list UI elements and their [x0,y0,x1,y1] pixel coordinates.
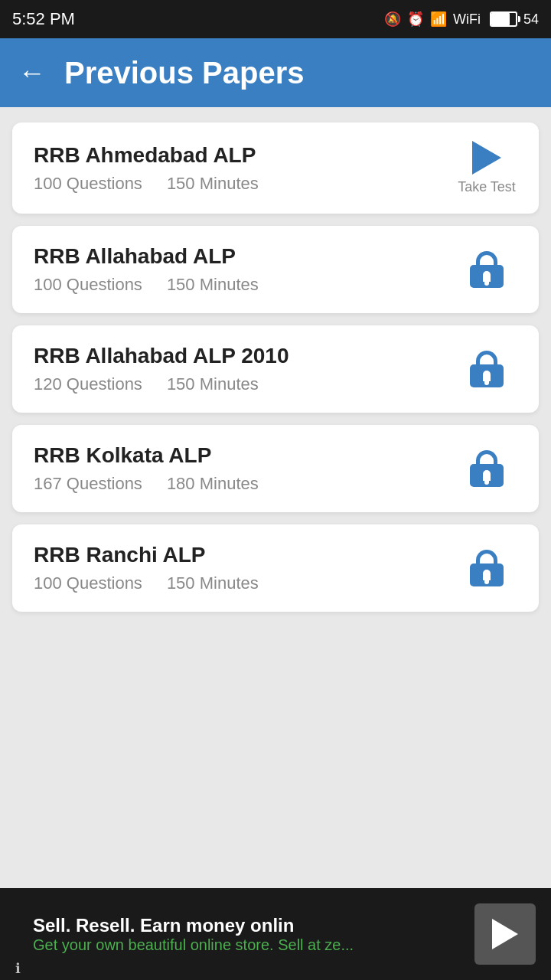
paper-card[interactable]: RRB Allahabad ALP100 Questions150 Minute… [12,226,539,313]
card-minutes: 150 Minutes [167,374,259,394]
wifi-icon: WiFi [453,11,481,28]
card-action[interactable]: Take Test [456,141,517,195]
card-title: RRB Kolkata ALP [34,443,259,468]
time-display: 5:52 PM [12,9,75,29]
ad-content: Sell. Resell. Earn money onlin Get your … [33,915,462,954]
paper-card[interactable]: RRB Allahabad ALP 2010120 Questions150 M… [12,325,539,413]
card-meta: 100 Questions150 Minutes [34,275,259,295]
card-info: RRB Allahabad ALP 2010120 Questions150 M… [34,344,289,394]
card-questions: 167 Questions [34,474,142,494]
card-action[interactable] [456,351,517,387]
card-info: RRB Ranchi ALP100 Questions150 Minutes [34,543,259,593]
card-title: RRB Allahabad ALP [34,244,259,269]
card-action[interactable] [456,550,517,586]
lock-icon [470,550,504,586]
card-info: RRB Kolkata ALP167 Questions180 Minutes [34,443,259,494]
status-icons: 🔕 ⏰ 📶 WiFi 54 [384,11,539,28]
paper-card[interactable]: RRB Ranchi ALP100 Questions150 Minutes [12,524,539,612]
card-action[interactable] [456,450,517,487]
lock-keyhole [483,570,491,580]
card-questions: 100 Questions [34,573,142,593]
lock-keyhole [483,371,491,381]
card-title: RRB Ahmedabad ALP [34,143,259,168]
lock-keyhole [483,470,491,481]
lock-shackle [476,351,497,365]
card-meta: 167 Questions180 Minutes [34,474,259,494]
arrow-right-icon [492,919,518,949]
lock-icon [470,251,504,288]
signal-icon: 📶 [430,11,447,28]
card-minutes: 150 Minutes [167,573,259,593]
lock-icon [470,450,504,487]
card-title: RRB Allahabad ALP 2010 [34,344,289,368]
lock-body [470,265,504,288]
mute-icon: 🔕 [384,11,401,28]
card-meta: 120 Questions150 Minutes [34,374,289,394]
lock-body [470,364,504,387]
ad-arrow-button[interactable] [474,903,536,965]
lock-shackle [476,450,497,465]
paper-card[interactable]: RRB Kolkata ALP167 Questions180 Minutes [12,425,539,512]
page-title: Previous Papers [64,56,305,90]
card-minutes: 150 Minutes [167,174,259,194]
card-info: RRB Allahabad ALP100 Questions150 Minute… [34,244,259,295]
card-info: RRB Ahmedabad ALP100 Questions150 Minute… [34,143,259,194]
take-test-label: Take Test [458,179,516,195]
battery-fill [491,13,510,25]
papers-list: RRB Ahmedabad ALP100 Questions150 Minute… [0,107,551,888]
card-questions: 120 Questions [34,374,142,394]
lock-shackle [476,550,497,564]
card-meta: 100 Questions150 Minutes [34,174,259,194]
lock-shackle [476,251,497,266]
ad-info-icon: ℹ [15,960,21,977]
ad-banner[interactable]: ℹ Sell. Resell. Earn money onlin Get you… [0,888,551,980]
play-icon [472,141,501,175]
lock-keyhole [483,271,491,282]
lock-body [470,564,504,586]
card-action[interactable] [456,251,517,288]
ad-subtitle: Get your own beautiful online store. Sel… [33,936,462,954]
battery-icon [490,11,517,27]
card-questions: 100 Questions [34,275,142,295]
lock-body [470,464,504,487]
back-button[interactable]: ← [18,59,46,87]
header: ← Previous Papers [0,38,551,107]
lock-icon [470,351,504,387]
status-bar: 5:52 PM 🔕 ⏰ 📶 WiFi 54 [0,0,551,38]
alarm-icon: ⏰ [407,11,424,28]
card-title: RRB Ranchi ALP [34,543,259,567]
card-minutes: 150 Minutes [167,275,259,295]
card-meta: 100 Questions150 Minutes [34,573,259,593]
battery-level: 54 [523,11,539,28]
paper-card[interactable]: RRB Ahmedabad ALP100 Questions150 Minute… [12,122,539,214]
ad-title: Sell. Resell. Earn money onlin [33,915,462,936]
card-minutes: 180 Minutes [167,474,259,494]
card-questions: 100 Questions [34,174,142,194]
